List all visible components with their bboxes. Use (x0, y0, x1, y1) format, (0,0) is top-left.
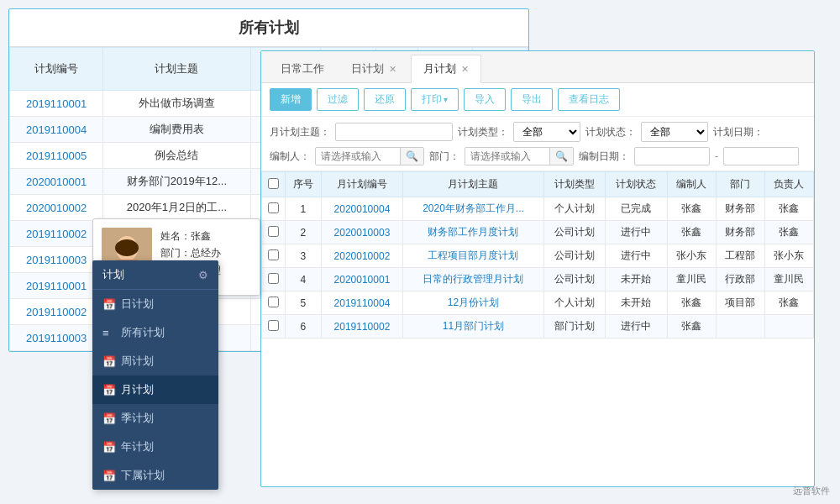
date-label: 计划日期： (713, 125, 764, 139)
cell-plan-editor: 张鑫 (667, 197, 716, 221)
cell-seq: 1 (286, 197, 322, 221)
dept-search-icon[interactable]: 🔍 (549, 148, 573, 165)
edit-date-start[interactable] (634, 147, 710, 165)
cell-seq: 3 (286, 244, 322, 268)
row-checkbox[interactable] (268, 226, 279, 237)
cell-plan-editor: 张鑫 (667, 315, 716, 339)
row-checkbox[interactable] (268, 249, 279, 260)
calendar-icon: 📅 (102, 298, 114, 310)
restore-button[interactable]: 还原 (364, 88, 406, 111)
dept-input[interactable] (465, 148, 549, 165)
print-button[interactable]: 打印 ▾ (411, 88, 459, 111)
cell-id: 2019110003 (10, 247, 103, 273)
select-all-checkbox[interactable] (268, 178, 279, 189)
editor-input-group: 🔍 (315, 147, 424, 165)
tab-daily-plan-close[interactable]: ✕ (389, 64, 396, 75)
cell-checkbox (262, 268, 286, 291)
col-plan-subject: 月计划主题 (403, 172, 543, 197)
cell-subject: 编制费用表 (103, 117, 250, 143)
list-icon: ≡ (102, 327, 114, 339)
cell-plan-subject: 11月部门计划 (403, 315, 543, 339)
import-button[interactable]: 导入 (464, 88, 506, 111)
profile-dept: 部门：总经办 (160, 244, 221, 261)
table-row: 6 2019110002 11月部门计划 部门计划 进行中 张鑫 (262, 315, 814, 339)
sidebar-item-sub[interactable]: 📅下属计划 (92, 461, 218, 490)
data-table-wrap: 序号 月计划编号 月计划主题 计划类型 计划状态 编制人 部门 负责人 1 20… (261, 171, 814, 486)
cell-plan-owner: 张小东 (764, 244, 813, 268)
cell-plan-type: 部门计划 (543, 315, 606, 339)
table-row: 4 2020010001 日常的行政管理月计划 公司计划 未开始 童川民 行政部… (262, 268, 814, 291)
filter-button[interactable]: 过滤 (317, 88, 359, 111)
col-plan-dept: 部门 (716, 172, 764, 197)
col-plan-id: 月计划编号 (321, 172, 403, 197)
calendar-icon: 📅 (102, 470, 114, 481)
log-button[interactable]: 查看日志 (558, 88, 620, 111)
cell-checkbox (262, 315, 286, 339)
col-subject: 计划主题 (103, 48, 250, 91)
sidebar-menu: 计划 ⚙ 📅日计划≡所有计划📅周计划📅月计划📅季计划📅年计划📅下属计划 (92, 260, 218, 490)
cell-plan-editor: 张鑫 (667, 221, 716, 244)
row-checkbox[interactable] (268, 202, 279, 213)
sidebar-item-label: 下属计划 (121, 468, 165, 483)
cell-plan-status: 未开始 (606, 268, 668, 291)
editor-input[interactable] (316, 148, 400, 165)
editor-search-icon[interactable]: 🔍 (400, 148, 423, 165)
table-row: 2 2020010003 财务部工作月度计划 公司计划 进行中 张鑫 财务部 张… (262, 221, 814, 244)
sidebar-item-all[interactable]: ≡所有计划 (92, 318, 218, 347)
cell-plan-type: 个人计划 (543, 197, 606, 221)
cell-seq: 2 (286, 221, 322, 244)
cell-plan-subject: 财务部工作月度计划 (403, 221, 543, 244)
sidebar-item-monthly[interactable]: 📅月计划 (92, 375, 218, 404)
row-checkbox[interactable] (268, 273, 279, 284)
sidebar-item-daily[interactable]: 📅日计划 (92, 290, 218, 318)
cell-plan-type: 公司计划 (543, 221, 606, 244)
add-button[interactable]: 新增 (270, 88, 312, 111)
search-row-2: 编制人： 🔍 部门： 🔍 编制日期： - (270, 147, 799, 165)
cell-plan-status: 未开始 (606, 291, 668, 315)
edit-date-end[interactable] (723, 147, 799, 165)
calendar-icon: 📅 (102, 384, 114, 396)
cell-plan-dept (716, 315, 764, 339)
cell-id: 2019110005 (10, 143, 103, 169)
col-plan-owner: 负责人 (764, 172, 813, 197)
status-select[interactable]: 全部 未开始 进行中 已完成 (641, 122, 708, 142)
table-row: 3 2020010002 工程项目部月度计划 公司计划 进行中 张小东 工程部 … (262, 244, 814, 268)
cell-id: 2020010002 (10, 195, 103, 221)
sidebar-item-seasonal[interactable]: 📅季计划 (92, 404, 218, 433)
tab-monthly-plan[interactable]: 月计划 ✕ (411, 55, 481, 83)
tab-daily-work[interactable]: 日常工作 (268, 55, 337, 82)
profile-name: 姓名：张鑫 (160, 228, 221, 244)
row-checkbox[interactable] (268, 320, 279, 331)
dept-input-group: 🔍 (465, 147, 574, 165)
col-plan-editor: 编制人 (667, 172, 716, 197)
gear-icon[interactable]: ⚙ (198, 269, 208, 281)
cell-plan-status: 已完成 (606, 197, 668, 221)
tab-monthly-plan-close[interactable]: ✕ (461, 64, 469, 75)
tab-daily-plan[interactable]: 日计划 ✕ (339, 55, 409, 82)
edit-date-label: 编制日期： (579, 150, 629, 164)
type-select[interactable]: 全部 个人计划 部门计划 公司计划 (513, 122, 580, 142)
cell-plan-status: 进行中 (606, 315, 668, 339)
col-id: 计划编号 (10, 48, 103, 91)
cell-plan-id: 2020010002 (321, 244, 403, 268)
export-button[interactable]: 导出 (511, 88, 553, 111)
cell-plan-id: 2019110002 (321, 315, 403, 339)
bg-panel-title: 所有计划 (9, 9, 528, 47)
cell-plan-dept: 财务部 (716, 197, 764, 221)
cell-plan-id: 2020010004 (321, 197, 403, 221)
search-form: 月计划主题： 计划类型： 全部 个人计划 部门计划 公司计划 计划状态： 全部 … (261, 117, 814, 171)
cell-plan-subject: 2020年财务部工作月... (403, 197, 543, 221)
cell-checkbox (262, 221, 286, 244)
col-checkbox (262, 172, 286, 197)
row-checkbox[interactable] (268, 297, 279, 307)
data-table: 序号 月计划编号 月计划主题 计划类型 计划状态 编制人 部门 负责人 1 20… (261, 171, 814, 339)
sidebar-item-label: 日计划 (121, 297, 154, 312)
sidebar-item-yearly[interactable]: 📅年计划 (92, 433, 218, 461)
cell-subject: 外出做市场调查 (103, 91, 250, 117)
cell-plan-id: 2019110004 (321, 291, 403, 315)
subject-input[interactable] (335, 123, 453, 141)
sidebar-item-weekly[interactable]: 📅周计划 (92, 347, 218, 375)
sidebar-item-label: 季计划 (121, 411, 154, 426)
cell-plan-editor: 张鑫 (667, 291, 716, 315)
col-seq: 序号 (286, 172, 322, 197)
